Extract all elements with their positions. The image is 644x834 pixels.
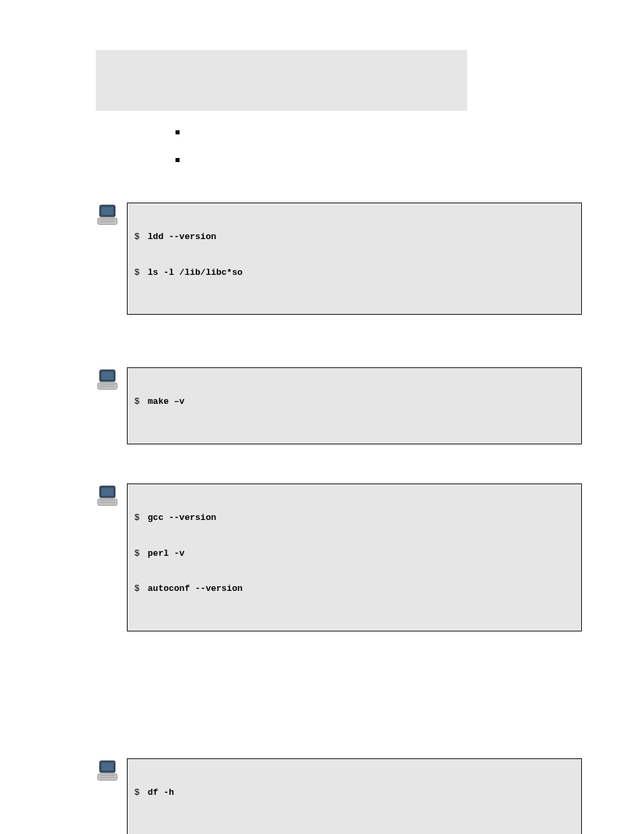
terminal-line: $ perl -v: [134, 548, 574, 560]
prompt: $: [134, 267, 140, 279]
svg-rect-11: [102, 488, 113, 496]
page: $ ldd --version $ ls -l /lib/libc*so $: [0, 0, 644, 834]
terminal-line: $ df -h: [134, 787, 574, 799]
computer-icon: [96, 367, 122, 393]
computer-icon: [96, 203, 122, 228]
terminal-block: $ gcc --version $ perl -v $ autoconf --v…: [96, 484, 582, 631]
svg-rect-1: [102, 207, 113, 215]
computer-icon: [96, 758, 122, 784]
terminal-block: $ ldd --version $ ls -l /lib/libc*so: [96, 203, 582, 315]
terminal-block: $ make –v: [96, 367, 582, 444]
command: ldd --version: [148, 231, 216, 243]
terminal-line: $ make –v: [134, 396, 574, 408]
list-item: [176, 127, 582, 134]
prompt: $: [134, 231, 140, 243]
bullet-list: [176, 127, 582, 162]
svg-rect-16: [102, 763, 113, 771]
prompt: $: [134, 396, 140, 408]
prompt: $: [134, 787, 140, 799]
prompt: $: [134, 583, 140, 595]
terminal-line: $ ldd --version: [134, 231, 574, 243]
prompt: $: [134, 512, 140, 524]
terminal-line: $ gcc --version: [134, 512, 574, 524]
terminal-output: $ ldd --version $ ls -l /lib/libc*so: [127, 203, 582, 315]
command: make –v: [148, 396, 185, 408]
terminal-output: $ make –v: [127, 367, 582, 444]
command: ls -l /lib/libc*so: [148, 267, 242, 279]
bullet-icon: [176, 158, 180, 162]
terminal-line: $ ls -l /lib/libc*so: [134, 267, 574, 279]
svg-rect-7: [98, 383, 117, 390]
svg-rect-12: [98, 499, 117, 506]
svg-rect-17: [98, 774, 117, 781]
prompt: $: [134, 548, 140, 560]
terminal-output: $ df -h: [127, 758, 582, 834]
terminal-line: $ autoconf --version: [134, 583, 574, 595]
computer-icon: [96, 484, 122, 509]
list-item: [176, 155, 582, 162]
svg-rect-6: [102, 372, 113, 380]
bullet-icon: [176, 130, 180, 134]
terminal-output: $ gcc --version $ perl -v $ autoconf --v…: [127, 484, 582, 631]
command: df -h: [148, 787, 174, 799]
svg-rect-2: [98, 218, 117, 225]
banner-placeholder: [96, 50, 467, 111]
command: autoconf --version: [148, 583, 242, 595]
command: perl -v: [148, 548, 185, 560]
terminal-block: $ df -h: [96, 758, 582, 834]
command: gcc --version: [148, 512, 216, 524]
